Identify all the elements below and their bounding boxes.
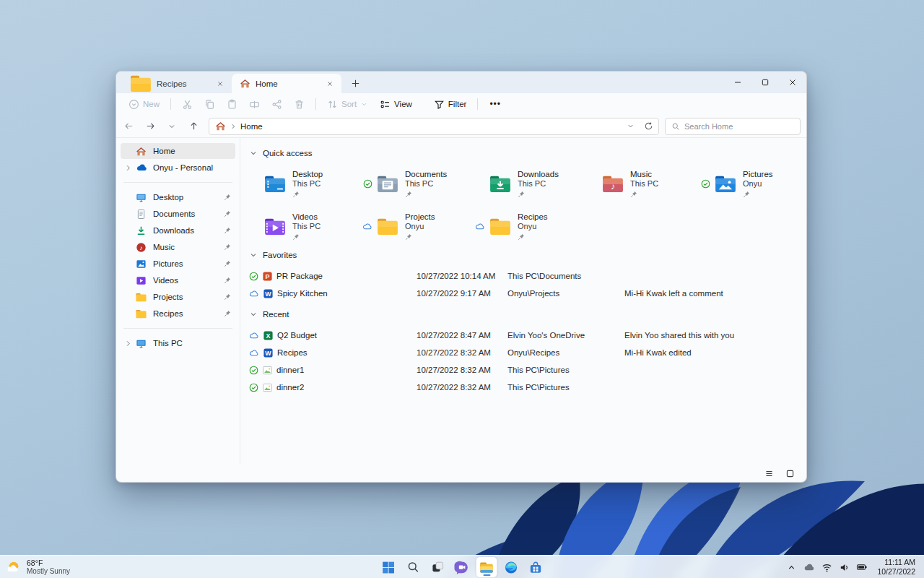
filter-label: Filter (448, 100, 467, 108)
delete-icon (294, 99, 305, 110)
quick-access-tile-videos[interactable]: Videos This PC (249, 210, 362, 243)
filetype-dinner2-icon (262, 382, 273, 393)
system-tray: 11:11 AM 10/27/2022 (787, 556, 924, 578)
recent-locations-button[interactable] (162, 118, 181, 135)
quick-access-tile-desktop[interactable]: Desktop This PC (249, 167, 362, 200)
new-dropdown-icon (128, 99, 139, 110)
sidebar-item-pictures[interactable]: Pictures (121, 256, 235, 272)
copy-button[interactable] (199, 95, 220, 113)
new-button[interactable]: New (123, 95, 165, 113)
tray-chevron-up-icon[interactable] (787, 563, 796, 572)
toolbar-separator (315, 98, 316, 110)
sidebar-item-downloads[interactable]: Downloads (121, 223, 235, 238)
sidebar-item-onyu-personal[interactable]: Onyu - Personal (121, 160, 235, 176)
maximize-button[interactable] (751, 72, 779, 93)
sidebar-item-this-pc[interactable]: This PC (121, 335, 235, 351)
wifi-icon[interactable] (821, 562, 832, 573)
quick-access-tile-music[interactable]: ♪ Music This PC (587, 167, 699, 200)
new-tab-button[interactable] (346, 74, 365, 92)
forward-button[interactable] (141, 118, 160, 135)
quick-access-tile-documents[interactable]: Documents This PC (362, 167, 474, 200)
taskbar-app-search[interactable] (403, 557, 424, 577)
file-row-recipes[interactable]: W Recipes 10/27/2022 8:32 AM Onyu\Recipe… (249, 344, 796, 361)
downloads-icon (136, 225, 147, 236)
status-cloud-icon (475, 222, 485, 230)
pin-icon (224, 277, 231, 284)
paste-button[interactable] (222, 95, 243, 113)
breadcrumb[interactable]: Home (240, 122, 263, 131)
delete-button[interactable] (289, 95, 310, 113)
rename-icon (249, 99, 260, 110)
quick-access-tile-downloads[interactable]: Downloads This PC (474, 167, 587, 200)
section-header-recent[interactable]: Recent (249, 306, 796, 322)
file-row-spicy-kitchen[interactable]: W Spicy Kitchen 10/27/2022 9:17 AM Onyu\… (249, 285, 796, 302)
chevron-down-icon[interactable] (249, 251, 258, 259)
start-icon (381, 560, 396, 575)
tab-close-icon[interactable] (324, 78, 336, 90)
refresh-button[interactable] (641, 118, 655, 135)
taskbar-app-file-explorer[interactable] (476, 557, 497, 577)
taskbar-clock[interactable]: 11:11 AM 10/27/2022 (877, 558, 915, 577)
tab-recipes[interactable]: Recipes (122, 74, 232, 93)
file-row-q2-budget[interactable]: X Q2 Budget 10/27/2022 8:47 AM Elvin Yoo… (249, 327, 796, 344)
cut-button[interactable] (177, 95, 198, 113)
more-options-button[interactable]: ••• (484, 95, 507, 113)
quick-access-tile-pictures[interactable]: Pictures Onyu (699, 167, 806, 200)
window-body: Home Onyu - Personal Desktop Documents (116, 138, 806, 465)
up-button[interactable] (184, 118, 203, 135)
file-row-dinner1[interactable]: dinner1 10/27/2022 8:32 AM This PC\Pictu… (249, 361, 796, 379)
taskbar-app-store[interactable] (526, 557, 546, 577)
tab-close-icon[interactable] (214, 78, 226, 90)
file-row-pr-package[interactable]: P PR Package 10/27/2022 10:14 AM This PC… (249, 267, 796, 285)
sidebar-item-desktop[interactable]: Desktop (121, 189, 235, 205)
sidebar-item-documents[interactable]: Documents (121, 206, 235, 222)
chevron-right-icon[interactable] (123, 340, 132, 348)
taskbar-app-edge[interactable] (501, 557, 522, 577)
quick-access-grid: Desktop This PC Documents This PC (249, 167, 796, 243)
view-button[interactable]: View (375, 95, 417, 113)
share-button[interactable] (266, 95, 287, 113)
search-input[interactable] (684, 122, 794, 131)
view-label: View (394, 100, 412, 108)
sidebar-item-recipes[interactable]: Recipes (121, 306, 235, 322)
section-header-favorites[interactable]: Favorites (249, 247, 796, 263)
close-button[interactable] (779, 72, 806, 93)
file-row-dinner2[interactable]: dinner2 10/27/2022 8:32 AM This PC\Pictu… (249, 379, 796, 396)
file-date: 10/27/2022 9:17 AM (417, 289, 507, 298)
sidebar-item-music[interactable]: ♪ Music (121, 239, 235, 255)
weather-widget[interactable]: 68°F Mostly Sunny (0, 556, 79, 578)
taskbar: 68°F Mostly Sunny (0, 555, 924, 578)
volume-icon[interactable] (839, 562, 850, 573)
minimize-button[interactable] (724, 72, 751, 93)
folder-videos-icon (264, 217, 286, 236)
address-bar[interactable]: Home (209, 118, 659, 135)
taskbar-app-task-view[interactable] (427, 557, 448, 577)
filter-button[interactable]: Filter (429, 95, 472, 113)
file-name: Spicy Kitchen (277, 289, 328, 298)
chevron-down-icon[interactable] (249, 310, 258, 319)
search-box[interactable] (665, 118, 801, 135)
taskbar-app-start[interactable] (378, 557, 399, 577)
battery-icon[interactable] (856, 561, 868, 573)
status-cloud-icon (249, 331, 259, 340)
sidebar-item-videos[interactable]: Videos (121, 272, 235, 288)
tab-home[interactable]: Home (232, 74, 341, 93)
onedrive-tray-icon[interactable] (803, 561, 815, 574)
sidebar-item-home[interactable]: Home (121, 143, 235, 159)
rename-button[interactable] (244, 95, 265, 113)
address-dropdown-button[interactable] (623, 118, 637, 135)
sidebar-item-projects[interactable]: Projects (121, 289, 235, 305)
section-header-quick-access[interactable]: Quick access (249, 145, 796, 161)
copy-icon (204, 99, 215, 110)
details-view-icon[interactable] (764, 469, 774, 478)
status-bar (116, 465, 806, 482)
quick-access-tile-recipes[interactable]: Recipes Onyu (474, 210, 587, 243)
section-title: Recent (263, 310, 289, 319)
back-button[interactable] (119, 118, 138, 135)
quick-access-tile-projects[interactable]: Projects Onyu (362, 210, 474, 243)
chevron-down-icon[interactable] (249, 149, 258, 158)
chevron-right-icon[interactable] (123, 164, 132, 172)
large-icons-view-icon[interactable] (785, 469, 795, 478)
taskbar-app-chat[interactable] (452, 557, 473, 577)
sort-button[interactable]: Sort (322, 95, 373, 113)
